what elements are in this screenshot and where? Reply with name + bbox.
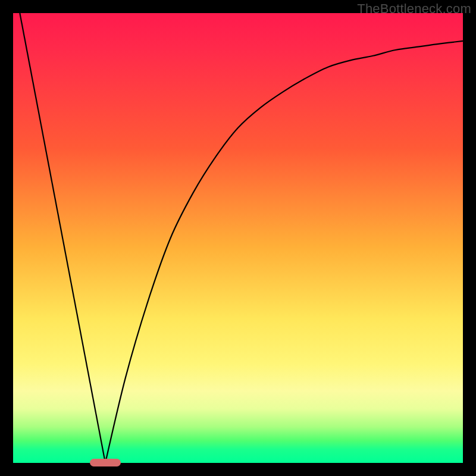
plot-area <box>13 13 463 463</box>
right-curve <box>105 41 463 463</box>
watermark-text: TheBottleneck.com <box>357 1 471 17</box>
chart-frame: TheBottleneck.com <box>0 0 476 476</box>
bottleneck-marker <box>90 459 120 466</box>
left-line <box>20 13 105 463</box>
chart-lines <box>13 13 463 463</box>
